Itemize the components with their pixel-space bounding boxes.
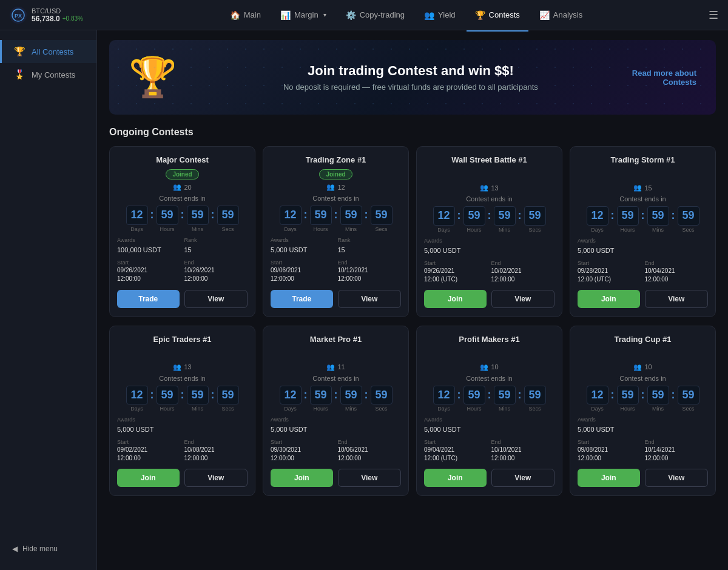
nav-copy-trading[interactable]: ⚙️ Copy-trading bbox=[337, 7, 413, 24]
card-info: Awards 100,000 USDT Rank 15 bbox=[117, 237, 248, 255]
nav-yield[interactable]: 👥 Yield bbox=[416, 7, 463, 24]
primary-action-button[interactable]: Join bbox=[578, 469, 640, 487]
margin-dropdown-icon: ▾ bbox=[323, 12, 326, 18]
days-value: 12 bbox=[587, 386, 608, 405]
end-date-value: 10/08/202112:00:00 bbox=[184, 446, 248, 463]
card-dates: Start 09/26/202112:00:00 End 10/26/20211… bbox=[117, 260, 248, 283]
days-label: Days bbox=[130, 226, 143, 232]
primary-action-button[interactable]: Trade bbox=[271, 290, 333, 308]
countdown-mins: 59 Mins bbox=[340, 386, 362, 412]
joined-label: Joined bbox=[319, 169, 352, 179]
start-label: Start bbox=[271, 439, 334, 445]
card-title: Market Pro #1 bbox=[271, 335, 401, 344]
participants-count: 10 bbox=[644, 363, 652, 370]
nav-main-label: Main bbox=[244, 10, 261, 19]
end-label: End bbox=[645, 439, 709, 445]
contest-card-market-pro-1: Market Pro #1 👥 11 Contest ends in 12 Da… bbox=[263, 326, 409, 497]
awards-label: Awards bbox=[271, 237, 334, 243]
awards-value: 100,000 USDT bbox=[117, 246, 161, 253]
countdown: 12 Days : 59 Hours : 59 Mins : 59 Secs bbox=[117, 386, 248, 412]
view-button[interactable]: View bbox=[338, 469, 402, 487]
awards-info: Awards 5,000 USDT bbox=[271, 237, 334, 255]
view-button[interactable]: View bbox=[491, 290, 555, 308]
primary-action-button[interactable]: Join bbox=[424, 469, 487, 487]
nav-contests[interactable]: 🏆 Contests bbox=[467, 7, 528, 24]
card-info: Awards 5,000 USDT Rank 15 bbox=[271, 237, 401, 255]
all-contests-icon: 🏆 bbox=[14, 46, 25, 57]
joined-badge: Joined bbox=[117, 168, 248, 179]
nav-analysis-label: Analysis bbox=[553, 10, 582, 19]
awards-value: 5,000 USDT bbox=[117, 426, 154, 433]
view-button[interactable]: View bbox=[338, 290, 402, 308]
countdown-mins: 59 Mins bbox=[647, 206, 669, 233]
start-date-value: 09/06/202112:00:00 bbox=[271, 266, 334, 283]
countdown-sep1: : bbox=[150, 209, 154, 221]
nav-main[interactable]: 🏠 Main bbox=[221, 7, 269, 24]
start-date: Start 09/08/202112:00:00 bbox=[578, 439, 641, 463]
start-date: Start 09/06/202112:00:00 bbox=[271, 260, 334, 283]
nav-margin[interactable]: 📊 Margin ▾ bbox=[272, 7, 335, 24]
countdown: 12 Days : 59 Hours : 59 Mins : 59 Secs bbox=[271, 386, 401, 412]
view-button[interactable]: View bbox=[645, 469, 709, 487]
view-button[interactable]: View bbox=[491, 469, 555, 487]
participants-count: 10 bbox=[491, 363, 498, 370]
banner-text: Join trading Contest and win $$! No depo… bbox=[189, 63, 632, 92]
primary-action-button[interactable]: Join bbox=[578, 290, 640, 308]
countdown-mins: 59 Mins bbox=[187, 206, 209, 232]
card-buttons: Join View bbox=[578, 469, 708, 487]
card-dates: Start 09/08/202112:00:00 End 10/14/20211… bbox=[578, 439, 708, 463]
card-buttons: Join View bbox=[578, 290, 708, 308]
contest-ends-label: Contest ends in bbox=[578, 195, 708, 203]
mins-label: Mins bbox=[652, 406, 664, 412]
sidebar-item-all-contests[interactable]: 🏆 All Contests bbox=[0, 40, 96, 63]
start-label: Start bbox=[578, 260, 641, 266]
secs-label: Secs bbox=[682, 227, 694, 233]
mins-label: Mins bbox=[345, 226, 357, 232]
primary-action-button[interactable]: Trade bbox=[117, 290, 180, 308]
my-contests-icon: 🎖️ bbox=[14, 69, 25, 80]
secs-label: Secs bbox=[528, 227, 541, 233]
secs-value: 59 bbox=[524, 206, 546, 226]
mins-label: Mins bbox=[652, 227, 664, 233]
primary-action-button[interactable]: Join bbox=[117, 469, 180, 487]
card-dates: Start 09/04/202112:00 (UTC) End 10/10/20… bbox=[424, 439, 554, 463]
nav-analysis[interactable]: 📈 Analysis bbox=[531, 7, 591, 24]
countdown: 12 Days : 59 Hours : 59 Mins : 59 Secs bbox=[271, 206, 401, 232]
hours-label: Hours bbox=[620, 227, 635, 233]
end-label: End bbox=[491, 260, 555, 266]
contests-icon: 🏆 bbox=[475, 10, 485, 20]
view-button[interactable]: View bbox=[645, 290, 709, 308]
awards-label: Awards bbox=[578, 417, 641, 423]
primary-action-button[interactable]: Join bbox=[271, 469, 333, 487]
primary-action-button[interactable]: Join bbox=[424, 290, 487, 308]
awards-label: Awards bbox=[271, 417, 334, 423]
view-button[interactable]: View bbox=[184, 469, 248, 487]
days-label: Days bbox=[437, 227, 450, 233]
awards-info: Awards 5,000 USDT bbox=[271, 417, 334, 434]
start-date: Start 09/02/202112:00:00 bbox=[117, 439, 181, 463]
contest-ends-label: Contest ends in bbox=[578, 375, 708, 382]
countdown-days: 12 Days bbox=[280, 206, 302, 232]
awards-value: 5,000 USDT bbox=[578, 426, 615, 433]
hours-label: Hours bbox=[160, 406, 174, 412]
countdown-sep1: : bbox=[457, 389, 461, 401]
read-more-link[interactable]: Read more about Contests bbox=[632, 69, 696, 87]
hide-menu-button[interactable]: ◀ Hide menu bbox=[0, 537, 96, 560]
mins-value: 59 bbox=[647, 386, 669, 405]
hamburger-menu[interactable]: ☰ bbox=[709, 8, 718, 22]
countdown-sep2: : bbox=[488, 209, 491, 222]
days-label: Days bbox=[591, 406, 604, 412]
contest-ends-label: Contest ends in bbox=[117, 195, 248, 202]
contest-card-trading-storm-1: Trading Storm #1 👥 15 Contest ends in 12… bbox=[570, 146, 716, 317]
days-label: Days bbox=[130, 406, 143, 412]
ongoing-contests-title: Ongoing Contests bbox=[109, 127, 716, 138]
sidebar-item-my-contests[interactable]: 🎖️ My Contests bbox=[0, 63, 96, 86]
view-button[interactable]: View bbox=[184, 290, 248, 308]
mins-value: 59 bbox=[647, 206, 669, 226]
hours-value: 59 bbox=[463, 206, 485, 226]
awards-info: Awards 5,000 USDT bbox=[424, 417, 488, 434]
participants-icon: 👥 bbox=[480, 184, 488, 192]
margin-icon: 📊 bbox=[280, 10, 291, 20]
countdown-hours: 59 Hours bbox=[617, 206, 639, 233]
countdown: 12 Days : 59 Hours : 59 Mins : 59 Secs bbox=[424, 386, 554, 412]
